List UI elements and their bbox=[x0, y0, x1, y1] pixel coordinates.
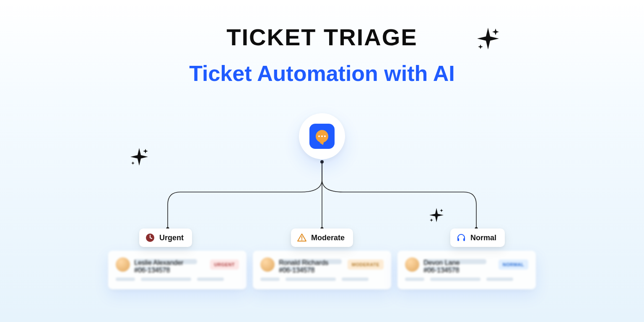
page-title: TICKET TRIAGE bbox=[0, 23, 644, 51]
sparkle-icon bbox=[475, 26, 501, 51]
ticket-card-urgent: Leslie Alexander #06-134578 URGENT bbox=[108, 251, 247, 289]
clock-icon bbox=[145, 233, 155, 243]
ticket-name: Devon Lane bbox=[423, 259, 486, 264]
sparkle-icon bbox=[129, 147, 149, 167]
priority-pill-moderate: Moderate bbox=[291, 229, 353, 247]
ai-hub-node bbox=[299, 113, 345, 159]
heading-block: TICKET TRIAGE Ticket Automation with AI bbox=[0, 0, 644, 86]
priority-label: Moderate bbox=[311, 234, 345, 242]
chat-ai-logo-icon bbox=[309, 124, 335, 149]
ticket-id: #06-134578 bbox=[134, 267, 170, 270]
status-badge: MODERATE bbox=[348, 260, 384, 270]
sparkle-icon bbox=[428, 207, 444, 223]
priority-pill-normal: Normal bbox=[450, 229, 505, 247]
priority-label: Urgent bbox=[159, 234, 184, 242]
svg-rect-8 bbox=[463, 238, 465, 241]
page-subtitle: Ticket Automation with AI bbox=[0, 61, 644, 86]
headset-icon bbox=[456, 233, 466, 243]
ticket-card-moderate: Ronald Richards #06-134578 MODERATE bbox=[253, 251, 391, 289]
avatar bbox=[116, 257, 130, 272]
status-badge: NORMAL bbox=[499, 260, 528, 270]
avatar bbox=[260, 257, 275, 272]
avatar bbox=[405, 257, 419, 272]
svg-point-6 bbox=[301, 239, 303, 241]
svg-point-0 bbox=[320, 160, 324, 164]
ticket-card-normal: Devon Lane #06-134578 NORMAL bbox=[397, 251, 536, 289]
warning-icon bbox=[297, 233, 307, 243]
priority-pill-urgent: Urgent bbox=[139, 229, 192, 247]
ticket-id: #06-134578 bbox=[279, 267, 315, 270]
priority-label: Normal bbox=[470, 234, 496, 242]
svg-rect-7 bbox=[457, 238, 459, 241]
ticket-name: Leslie Alexander bbox=[134, 259, 197, 264]
ticket-name: Ronald Richards bbox=[279, 259, 342, 264]
ticket-id: #06-134578 bbox=[423, 267, 460, 270]
status-badge: URGENT bbox=[210, 260, 239, 270]
